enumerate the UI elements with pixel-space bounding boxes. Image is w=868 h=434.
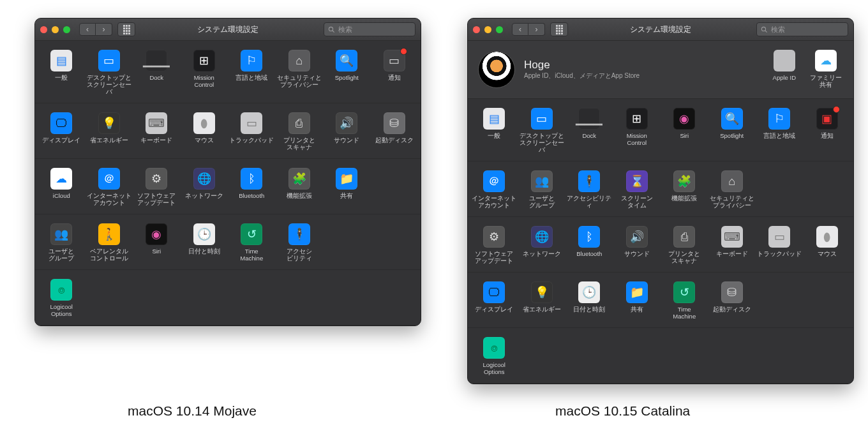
- displays-icon: 🖵: [50, 112, 72, 134]
- search-field[interactable]: 検索: [756, 22, 848, 36]
- extensions-icon: 🧩: [288, 168, 310, 190]
- pref-icloud[interactable]: ☁iCloud: [38, 165, 86, 210]
- pref-users[interactable]: 👥ユーザと グループ: [518, 168, 566, 213]
- pref-displays[interactable]: 🖵ディスプレイ: [470, 279, 518, 324]
- pref-sharing[interactable]: 📁共有: [613, 279, 661, 324]
- pref-trackpad[interactable]: ▭トラックパッド: [756, 223, 804, 268]
- pref-sound[interactable]: 🔊サウンド: [323, 110, 371, 154]
- pref-network[interactable]: 🌐ネットワーク: [181, 165, 228, 210]
- minimize-icon[interactable]: [52, 26, 59, 33]
- dock-icon: ▁▁▁: [146, 50, 167, 71]
- prefs-section: ＠インターネット アカウント👥ユーザと グループ🕴アクセシビリティ⌛スクリーン …: [468, 161, 853, 217]
- pref-extensions[interactable]: 🧩機能拡張: [661, 168, 708, 213]
- pref-swupdate[interactable]: ⚙ソフトウェア アップデート: [133, 165, 181, 210]
- pref-label: 起動ディスク: [375, 137, 414, 151]
- pref-mission[interactable]: ⊞Mission Control: [181, 47, 228, 99]
- pref-label: Siri: [152, 248, 161, 262]
- pref-energy[interactable]: 💡省エネルギー: [86, 110, 133, 154]
- pref-screentime[interactable]: ⌛スクリーン タイム: [613, 168, 661, 213]
- zoom-icon[interactable]: [496, 26, 503, 33]
- prefs-row: ⌾Logicool Options: [470, 334, 851, 379]
- pref-general[interactable]: ▤一般: [470, 105, 518, 157]
- pref-a11y[interactable]: 🕴アクセシビリティ: [565, 168, 613, 213]
- desktop-icon: ▭: [531, 108, 553, 130]
- pref-datetime[interactable]: 🕒日付と時刻: [565, 279, 613, 324]
- pref-security[interactable]: ⌂セキュリティと プライバシー: [708, 168, 756, 213]
- forward-button[interactable]: ›: [528, 23, 545, 36]
- pref-keyboard[interactable]: ⌨キーボード: [708, 223, 756, 268]
- pref-desktop[interactable]: ▭デスクトップと スクリーンセーバ: [86, 47, 133, 99]
- pref-bluetooth[interactable]: ᛒBluetooth: [565, 223, 613, 268]
- pref-label: ユーザと グループ: [529, 195, 555, 209]
- pref-desktop[interactable]: ▭デスクトップと スクリーンセーバ: [518, 105, 566, 157]
- spotlight-icon: 🔍: [336, 50, 357, 71]
- minimize-icon[interactable]: [484, 26, 491, 33]
- pref-startup[interactable]: ⛁起動ディスク: [708, 279, 756, 324]
- show-all-button[interactable]: [117, 22, 135, 36]
- pref-timemachine[interactable]: ↺Time Machine: [228, 221, 276, 266]
- pref-label: Apple ID: [773, 74, 796, 88]
- prefs-panel: ▤一般▭デスクトップと スクリーンセーバ▁▁▁Dock⊞Mission Cont…: [35, 41, 421, 326]
- pref-lang[interactable]: ⚐言語と地域: [228, 47, 276, 99]
- pref-parental[interactable]: 🚶ペアレンタル コントロール: [86, 221, 133, 266]
- pref-appleid[interactable]: Apple ID: [772, 47, 797, 92]
- pref-printers[interactable]: ⎙プリンタと スキャナ: [661, 223, 708, 268]
- pref-users[interactable]: 👥ユーザと グループ: [38, 221, 86, 266]
- back-button[interactable]: ‹: [512, 23, 528, 36]
- close-icon[interactable]: [473, 26, 480, 33]
- account-header[interactable]: Hoge Apple ID、iCloud、メディアとApp Store Appl…: [468, 41, 853, 99]
- notifications-icon: ▭: [384, 50, 405, 71]
- caption-mojave: macOS 10.14 Mojave: [128, 403, 257, 419]
- prefs-section: ⚙ソフトウェア アップデート🌐ネットワークᛒBluetooth🔊サウンド⎙プリン…: [468, 217, 853, 273]
- pref-label: ディスプレイ: [42, 137, 80, 151]
- pref-dock[interactable]: ▁▁▁Dock: [133, 47, 181, 99]
- pref-notifications[interactable]: ▣通知: [804, 105, 851, 157]
- pref-startup[interactable]: ⛁起動ディスク: [371, 110, 419, 154]
- pref-network[interactable]: 🌐ネットワーク: [518, 223, 566, 268]
- pref-label: ユーザと グループ: [49, 248, 74, 262]
- pref-mouse[interactable]: ⬮マウス: [804, 223, 851, 268]
- pref-keyboard[interactable]: ⌨キーボード: [133, 110, 181, 154]
- pref-internet[interactable]: ＠インターネット アカウント: [86, 165, 133, 210]
- pref-family[interactable]: ☁ファミリー 共有: [809, 47, 843, 92]
- show-all-button[interactable]: [550, 22, 568, 36]
- pref-spotlight[interactable]: 🔍Spotlight: [708, 105, 756, 157]
- pref-extensions[interactable]: 🧩機能拡張: [276, 165, 324, 210]
- pref-datetime[interactable]: 🕒日付と時刻: [181, 221, 228, 266]
- pref-a11y[interactable]: 🕴アクセシ ビリティ: [276, 221, 324, 266]
- pref-lang[interactable]: ⚐言語と地域: [756, 105, 804, 157]
- pref-swupdate[interactable]: ⚙ソフトウェア アップデート: [470, 223, 518, 268]
- pref-sharing[interactable]: 📁共有: [323, 165, 371, 210]
- pref-siri[interactable]: ◉Siri: [661, 105, 708, 157]
- pref-mission[interactable]: ⊞Mission Control: [613, 105, 661, 157]
- pref-general[interactable]: ▤一般: [38, 47, 86, 99]
- pref-logicool[interactable]: ⌾Logicool Options: [470, 334, 518, 379]
- pref-label: マウス: [818, 250, 837, 264]
- pref-internet[interactable]: ＠インターネット アカウント: [470, 168, 518, 213]
- pref-dock[interactable]: ▁▁▁Dock: [565, 105, 613, 157]
- pref-trackpad[interactable]: ▭トラックパッド: [228, 110, 276, 154]
- pref-sound[interactable]: 🔊サウンド: [613, 223, 661, 268]
- back-button[interactable]: ‹: [79, 23, 96, 36]
- pref-bluetooth[interactable]: ᛒBluetooth: [228, 165, 276, 210]
- pref-security[interactable]: ⌂セキュリティと プライバシー: [276, 47, 324, 99]
- pref-mouse[interactable]: ⬮マウス: [181, 110, 228, 154]
- pref-label: Dock: [582, 132, 596, 146]
- pref-label: ペアレンタル コントロール: [90, 248, 128, 262]
- printers-icon: ⎙: [673, 226, 695, 248]
- pref-displays[interactable]: 🖵ディスプレイ: [38, 110, 86, 154]
- pref-timemachine[interactable]: ↺Time Machine: [661, 279, 708, 324]
- search-field[interactable]: 検索: [324, 22, 415, 36]
- pref-energy[interactable]: 💡省エネルギー: [518, 279, 566, 324]
- pref-label: 日付と時刻: [188, 248, 220, 262]
- forward-button[interactable]: ›: [96, 23, 112, 36]
- pref-printers[interactable]: ⎙プリンタと スキャナ: [276, 110, 324, 154]
- pref-logicool[interactable]: ⌾Logicool Options: [38, 276, 86, 321]
- close-icon[interactable]: [40, 26, 47, 33]
- pref-notifications[interactable]: ▭通知: [371, 47, 419, 99]
- pref-label: ディスプレイ: [475, 306, 513, 320]
- search-placeholder: 検索: [771, 25, 785, 34]
- pref-siri[interactable]: ◉Siri: [133, 221, 181, 266]
- pref-spotlight[interactable]: 🔍Spotlight: [323, 47, 371, 99]
- zoom-icon[interactable]: [63, 26, 70, 33]
